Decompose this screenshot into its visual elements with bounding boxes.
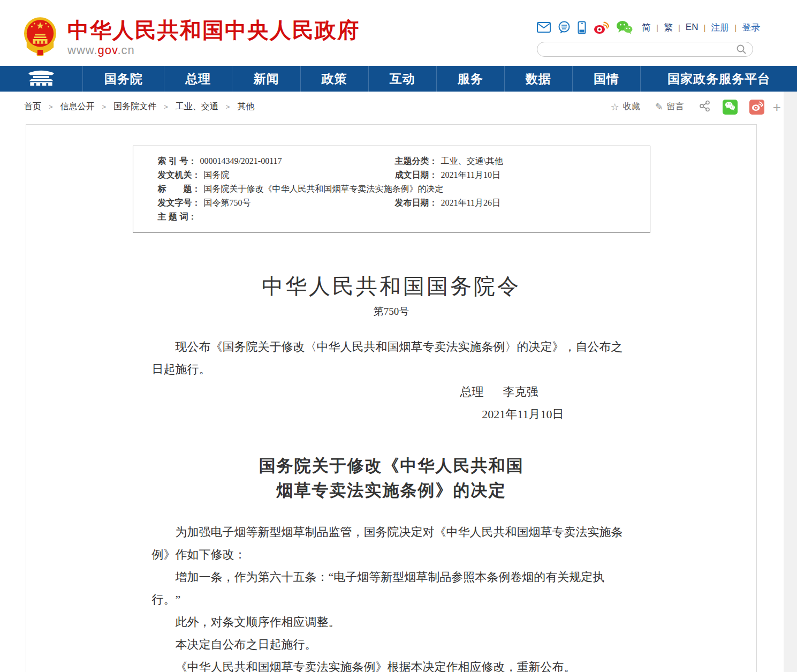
meta-keywords-label: 主 题 词： (158, 212, 197, 221)
lang-english-link[interactable]: EN (686, 22, 699, 33)
message-button[interactable]: ✎ 留言 (655, 101, 684, 112)
decision-title: 国务院关于修改《中华人民共和国烟草专卖法实施条例》的决定 (152, 454, 631, 503)
search-box (537, 42, 753, 57)
breadcrumb: 首页 > 信息公开 > 国务院文件 > 工业、交通 > 其他 (24, 101, 254, 112)
signer-name: 李克强 (503, 385, 538, 398)
meta-title-label: 标 题： (158, 184, 201, 193)
decision-paragraphs: 为加强电子烟等新型烟草制品监管，国务院决定对《中华人民共和国烟草专卖法实施条例》… (152, 521, 631, 672)
wechat-icon (724, 101, 736, 114)
page-right-gutter (784, 92, 797, 672)
meta-publish-date-label: 发布日期： (395, 198, 438, 207)
nav-item-services[interactable]: 服务 (437, 66, 505, 92)
lang-simplified-link[interactable]: 简 (642, 21, 651, 34)
weibo-icon (751, 101, 763, 114)
lang-separator: | (678, 23, 680, 32)
page-actions: ☆ 收藏 ✎ 留言 + (596, 100, 781, 115)
breadcrumb-home[interactable]: 首页 (24, 101, 41, 112)
meta-written-date: 成文日期：2021年11月10日 (395, 168, 639, 182)
login-link[interactable]: 登录 (742, 21, 760, 34)
meta-category-label: 主题分类： (395, 156, 438, 165)
share-wechat-button[interactable] (723, 100, 738, 115)
breadcrumb-other[interactable]: 其他 (237, 101, 254, 112)
meta-doc-number: 发文字号：国令第750号 (158, 196, 395, 210)
meta-index-label: 索 引 号： (158, 156, 197, 165)
nav-item-state-council[interactable]: 国务院 (83, 66, 164, 92)
lang-separator: | (734, 23, 737, 32)
meta-index: 索 引 号：000014349/2021-00117 (158, 154, 395, 168)
meta-doc-number-label: 发文字号： (158, 198, 201, 207)
tiananmen-icon (25, 67, 57, 90)
meta-keywords: 主 题 词： (158, 210, 639, 224)
site-title: 中华人民共和国中央人民政府 (67, 18, 360, 42)
meta-issuer-value: 国务院 (204, 170, 230, 179)
paragraph: 本决定自公布之日起施行。 (152, 633, 631, 656)
favorite-label: 收藏 (623, 101, 640, 112)
decree-title: 中华人民共和国国务院令 (152, 274, 631, 299)
meta-index-value: 000014349/2021-00117 (200, 156, 282, 165)
weibo-icon[interactable] (593, 20, 609, 34)
meta-doc-number-value: 国令第750号 (204, 198, 251, 207)
signer-title: 总理 (460, 385, 484, 398)
announce-paragraph: 现公布《国务院关于修改〈中华人民共和国烟草专卖法实施条例〉的决定》，自公布之日起… (152, 336, 631, 381)
breadcrumb-state-council-documents[interactable]: 国务院文件 (113, 101, 156, 112)
meta-category: 主题分类：工业、交通\其他 (395, 154, 639, 168)
lang-separator: | (703, 23, 705, 32)
signature-date: 2021年11月10日 (152, 403, 631, 426)
search-input[interactable] (545, 44, 735, 54)
meta-issuer-label: 发文机关： (158, 170, 201, 179)
header-quick-links: 简 | 繁 | EN | 注册 | 登录 (537, 19, 753, 35)
nav-item-gov-service-platform[interactable]: 国家政务服务平台 (641, 66, 797, 92)
mobile-icon[interactable] (578, 21, 586, 34)
nav-item-news[interactable]: 新闻 (232, 66, 300, 92)
share-weibo-button[interactable] (749, 100, 764, 115)
document-metadata-box: 索 引 号：000014349/2021-00117 主题分类：工业、交通\其他… (133, 146, 650, 233)
breadcrumb-info-disclosure[interactable]: 信息公开 (60, 101, 95, 112)
star-icon: ☆ (611, 102, 619, 112)
meta-publish-date: 发布日期：2021年11月26日 (395, 196, 639, 210)
brand-logo[interactable]: 中华人民共和国中央人民政府 www.gov.cn (24, 16, 360, 63)
comment-icon[interactable] (558, 21, 571, 34)
mail-icon[interactable] (537, 22, 551, 33)
document-body: 中华人民共和国国务院令 第750号 现公布《国务院关于修改〈中华人民共和国烟草专… (152, 274, 631, 672)
decree-number: 第750号 (152, 305, 631, 319)
site-header: 中华人民共和国中央人民政府 www.gov.cn 简 | 繁 (0, 0, 797, 66)
main-nav: 国务院 总理 新闻 政策 互动 服务 数据 国情 国家政务服务平台 (0, 66, 797, 92)
share-icon (699, 100, 711, 114)
nav-item-national-conditions[interactable]: 国情 (573, 66, 641, 92)
breadcrumb-row: 首页 > 信息公开 > 国务院文件 > 工业、交通 > 其他 ☆ 收藏 ✎ 留言 (0, 92, 797, 122)
register-link[interactable]: 注册 (711, 21, 729, 34)
national-emblem-icon (24, 16, 58, 63)
paragraph: 增加一条，作为第六十五条：“电子烟等新型烟草制品参照本条例卷烟的有关规定执行。” (152, 566, 631, 611)
breadcrumb-industry-transport[interactable]: 工业、交通 (176, 101, 218, 112)
paragraph: 此外，对条文顺序作相应调整。 (152, 611, 631, 633)
meta-category-value: 工业、交通\其他 (441, 156, 503, 165)
nav-item-policy[interactable]: 政策 (301, 66, 369, 92)
pencil-icon: ✎ (655, 102, 663, 112)
document-panel: 索 引 号：000014349/2021-00117 主题分类：工业、交通\其他… (26, 124, 757, 672)
lang-traditional-link[interactable]: 繁 (664, 21, 673, 34)
favorite-button[interactable]: ☆ 收藏 (611, 101, 640, 112)
breadcrumb-separator: > (164, 103, 168, 111)
more-share-button[interactable]: + (773, 100, 781, 114)
nav-item-home[interactable] (0, 66, 83, 92)
message-label: 留言 (667, 101, 684, 112)
breadcrumb-separator: > (226, 103, 230, 111)
breadcrumb-separator: > (102, 103, 107, 111)
site-url: www.gov.cn (67, 43, 360, 57)
search-icon[interactable] (735, 43, 747, 55)
paragraph: 为加强电子烟等新型烟草制品监管，国务院决定对《中华人民共和国烟草专卖法实施条例》… (152, 521, 631, 566)
meta-written-date-label: 成文日期： (395, 170, 438, 179)
share-button[interactable] (699, 100, 711, 114)
meta-title-value: 国务院关于修改《中华人民共和国烟草专卖法实施条例》的决定 (204, 184, 444, 193)
paragraph: 《中华人民共和国烟草专卖法实施条例》根据本决定作相应修改，重新公布。 (152, 656, 631, 672)
signature-line: 总理李克强 (152, 381, 631, 403)
meta-title: 标 题：国务院关于修改《中华人民共和国烟草专卖法实施条例》的决定 (158, 182, 639, 196)
lang-separator: | (656, 23, 658, 32)
nav-item-interaction[interactable]: 互动 (369, 66, 437, 92)
nav-item-premier[interactable]: 总理 (164, 66, 232, 92)
meta-publish-date-value: 2021年11月26日 (441, 198, 500, 207)
nav-item-data[interactable]: 数据 (505, 66, 573, 92)
wechat-icon[interactable] (616, 20, 633, 34)
breadcrumb-separator: > (49, 103, 53, 111)
meta-written-date-value: 2021年11月10日 (441, 170, 500, 179)
